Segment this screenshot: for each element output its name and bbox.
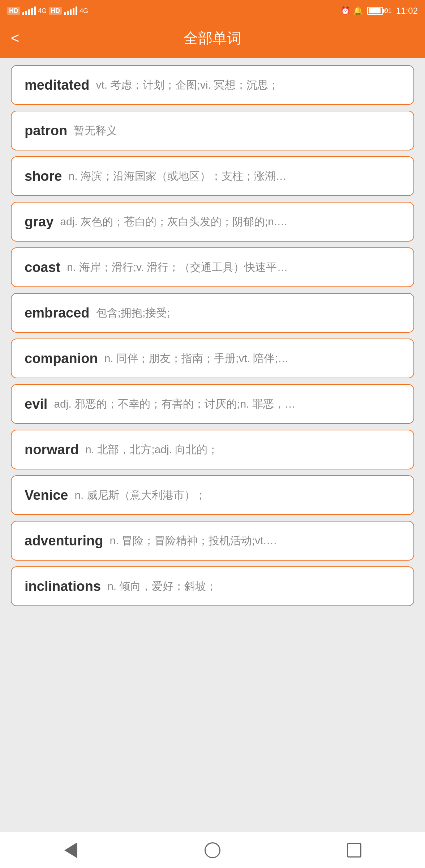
bell-icon: 🔔 [353,6,363,16]
word-text: patron [25,123,67,139]
word-definition: n. 倾向，爱好；斜坡； [107,579,400,594]
signal-bars-1 [22,7,36,15]
word-card[interactable]: adventuringn. 冒险；冒险精神；投机活动;vt.… [11,521,414,561]
word-definition: 暂无释义 [74,123,400,138]
back-triangle-icon [64,842,77,858]
back-button[interactable]: < [11,31,19,45]
nav-home-button[interactable] [202,839,223,861]
word-card[interactable]: grayadj. 灰色的；苍白的；灰白头发的；阴郁的;n.… [11,202,414,242]
word-card[interactable]: coastn. 海岸；滑行;v. 滑行；（交通工具）快速平… [11,247,414,287]
word-text: gray [25,214,53,230]
word-card[interactable]: patron暂无释义 [11,111,414,150]
word-text: inclinations [25,579,101,594]
battery-percent: 91 [385,7,392,15]
word-definition: adj. 灰色的；苍白的；灰白头发的；阴郁的;n.… [60,214,400,229]
status-right: ⏰ 🔔 91 11:02 [340,6,418,16]
word-definition: n. 海岸；滑行;v. 滑行；（交通工具）快速平… [67,260,400,275]
battery-fill [369,8,381,13]
word-card[interactable]: shoren. 海滨；沿海国家（或地区）；支柱；涨潮… [11,156,414,196]
word-definition: n. 同伴；朋友；指南；手册;vt. 陪伴;… [104,351,400,366]
word-definition: n. 威尼斯（意大利港市）； [74,488,400,503]
hd-badge-2: HD [49,7,62,15]
recent-square-icon [347,843,361,858]
word-card[interactable]: companionn. 同伴；朋友；指南；手册;vt. 陪伴;… [11,339,414,378]
home-circle-icon [205,842,220,858]
network-2: 4G [80,7,88,15]
word-definition: n. 海滨；沿海国家（或地区）；支柱；涨潮… [68,169,400,184]
network-1: 4G [38,7,47,15]
word-text: shore [25,169,62,184]
word-text: Venice [25,488,68,503]
word-definition: n. 冒险；冒险精神；投机活动;vt.… [110,533,400,548]
word-card[interactable]: embraced包含;拥抱;接受; [11,293,414,333]
word-text: embraced [25,305,90,321]
battery [367,7,383,15]
status-left: HD 4G HD 4G [7,7,88,15]
nav-back-button[interactable] [60,839,82,861]
word-card[interactable]: norwardn. 北部，北方;adj. 向北的； [11,430,414,469]
word-definition: vt. 考虑；计划；企图;vi. 冥想；沉思； [96,77,400,93]
word-card[interactable]: Venicen. 威尼斯（意大利港市）； [11,475,414,515]
header-title: 全部单词 [184,28,241,48]
hd-badge-1: HD [7,7,20,15]
word-text: norward [25,442,79,458]
time-display: 11:02 [396,6,418,16]
header: < 全部单词 [0,22,425,58]
battery-container: 91 [367,7,392,15]
word-text: evil [25,396,47,412]
word-card[interactable]: meditatedvt. 考虑；计划；企图;vi. 冥想；沉思； [11,65,414,105]
word-text: adventuring [25,533,103,549]
word-card[interactable]: eviladj. 邪恶的；不幸的；有害的；讨厌的;n. 罪恶，… [11,384,414,424]
word-text: coast [25,260,60,275]
status-icons: ⏰ 🔔 [340,6,363,16]
word-definition: n. 北部，北方;adj. 向北的； [85,442,400,457]
word-definition: 包含;拥抱;接受; [96,305,400,320]
word-card[interactable]: inclinationsn. 倾向，爱好；斜坡； [11,566,414,606]
status-bar: HD 4G HD 4G ⏰ 🔔 91 11:02 [0,0,425,22]
word-list: meditatedvt. 考虑；计划；企图;vi. 冥想；沉思；patron暂无… [0,58,425,832]
signal-bars-2 [64,7,77,15]
bottom-nav [0,832,425,868]
word-definition: adj. 邪恶的；不幸的；有害的；讨厌的;n. 罪恶，… [54,396,400,412]
alarm-icon: ⏰ [340,6,350,16]
nav-recent-button[interactable] [343,839,365,861]
word-text: companion [25,351,98,366]
word-text: meditated [25,77,89,93]
